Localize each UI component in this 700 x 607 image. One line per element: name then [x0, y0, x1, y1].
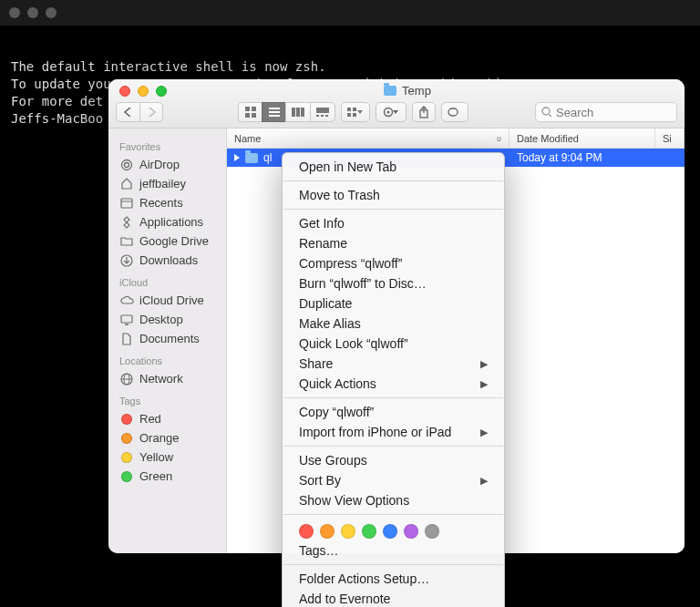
menu-tag-colors	[283, 519, 504, 540]
share-button[interactable]	[412, 102, 436, 122]
tag-color-dot[interactable]	[341, 524, 355, 539]
menu-separator	[283, 397, 503, 398]
svg-rect-1	[252, 107, 256, 111]
terminal-minimize-icon[interactable]	[27, 7, 38, 18]
view-list-button[interactable]	[262, 102, 285, 122]
svg-rect-14	[347, 108, 351, 111]
view-gallery-button[interactable]	[310, 102, 335, 122]
menu-item-make-alias[interactable]: Make Alias	[283, 314, 504, 334]
view-columns-button[interactable]	[285, 102, 310, 122]
tag-color-dot[interactable]	[362, 524, 376, 539]
tag-color-dot[interactable]	[404, 524, 418, 539]
forward-button[interactable]	[139, 102, 163, 122]
tag-icon	[119, 432, 134, 445]
sidebar-item-desktop[interactable]: Desktop	[108, 310, 226, 329]
sidebar-item-documents[interactable]: Documents	[108, 329, 226, 348]
menu-item-label: Make Alias	[299, 316, 361, 331]
sidebar-item-airdrop[interactable]: AirDrop	[108, 155, 226, 174]
menu-item-import-from-iphone-or-ipad[interactable]: Import from iPhone or iPad▶	[283, 422, 504, 442]
terminal-close-icon[interactable]	[9, 7, 20, 18]
finder-close-icon[interactable]	[119, 86, 130, 97]
sidebar-item-label: Red	[139, 412, 161, 426]
sidebar-item-red[interactable]: Red	[108, 409, 226, 428]
tag-color-dot[interactable]	[320, 524, 335, 539]
svg-rect-15	[353, 108, 356, 111]
terminal-traffic-lights[interactable]	[9, 7, 57, 18]
sidebar-item-network[interactable]: Network	[108, 369, 226, 388]
sidebar-item-yellow[interactable]: Yellow	[108, 448, 226, 467]
search-input[interactable]	[556, 106, 685, 119]
finder-minimize-icon[interactable]	[138, 86, 149, 97]
menu-item-compress-qlwoff[interactable]: Compress “qlwoff”	[283, 253, 504, 273]
tag-icon	[119, 451, 134, 464]
menu-item-move-to-trash[interactable]: Move to Trash	[283, 185, 504, 205]
menu-item-quick-look-qlwoff[interactable]: Quick Look “qlwoff”	[283, 334, 504, 354]
sidebar-item-label: Orange	[139, 431, 179, 445]
tag-color-dot[interactable]	[383, 524, 397, 539]
view-icons-button[interactable]	[238, 102, 262, 122]
sidebar-item-label: Recents	[139, 196, 183, 210]
column-size[interactable]: Si	[655, 129, 685, 148]
menu-item-label: Add to Evernote	[299, 592, 390, 606]
search-field[interactable]	[535, 102, 677, 122]
sidebar-item-orange[interactable]: Orange	[108, 428, 226, 448]
disclosure-icon[interactable]	[234, 154, 240, 161]
sidebar-item-google-drive[interactable]: Google Drive	[108, 231, 226, 251]
menu-item-show-view-options[interactable]: Show View Options	[283, 490, 504, 510]
menu-item-label: Sort By	[299, 473, 341, 488]
menu-item-duplicate[interactable]: Duplicate	[283, 293, 504, 314]
menu-item-use-groups[interactable]: Use Groups	[283, 450, 504, 470]
menu-item-share[interactable]: Share▶	[283, 354, 504, 374]
chevron-right-icon: ▶	[480, 427, 488, 438]
tag-color-dot[interactable]	[425, 524, 439, 539]
group-button[interactable]	[341, 102, 370, 122]
desktop-icon	[119, 314, 134, 326]
svg-rect-16	[347, 113, 351, 117]
sidebar-item-jeffbailey[interactable]: jeffbailey	[108, 174, 226, 193]
sidebar-item-icloud-drive[interactable]: iCloud Drive	[108, 291, 226, 310]
menu-item-tags[interactable]: Tags…	[283, 540, 504, 561]
menu-item-label: Compress “qlwoff”	[299, 256, 402, 271]
tag-color-dot[interactable]	[299, 524, 314, 539]
terminal-maximize-icon[interactable]	[46, 7, 57, 18]
column-headers[interactable]: Nameυ Date Modified Si	[227, 129, 685, 149]
menu-separator	[283, 446, 503, 447]
sidebar-item-green[interactable]: Green	[108, 467, 226, 486]
menu-item-rename[interactable]: Rename	[283, 233, 504, 253]
sidebar-item-label: Downloads	[139, 253, 198, 267]
tags-button[interactable]	[441, 102, 468, 122]
menu-item-copy-qlwoff[interactable]: Copy “qlwoff”	[283, 402, 504, 422]
menu-item-label: Copy “qlwoff”	[299, 405, 374, 419]
nav-buttons	[116, 102, 163, 122]
chevron-right-icon: ▶	[480, 358, 488, 370]
sidebar-item-label: Applications	[139, 215, 203, 229]
finder-maximize-icon[interactable]	[156, 86, 167, 97]
sidebar-header: iCloud	[108, 270, 226, 291]
menu-item-quick-actions[interactable]: Quick Actions▶	[283, 374, 504, 394]
sidebar-item-downloads[interactable]: Downloads	[108, 251, 226, 270]
window-title: Temp	[167, 84, 648, 98]
menu-separator	[283, 209, 503, 210]
menu-item-sort-by[interactable]: Sort By▶	[283, 470, 504, 490]
menu-item-add-to-evernote[interactable]: Add to Evernote	[283, 589, 504, 607]
sidebar-item-applications[interactable]: Applications	[108, 212, 226, 231]
menu-item-label: Share	[299, 356, 333, 371]
menu-item-label: Quick Actions	[299, 376, 376, 391]
finder-toolbar	[108, 98, 685, 127]
action-button[interactable]	[376, 102, 407, 122]
finder-traffic-lights[interactable]	[119, 86, 167, 97]
menu-item-open-in-new-tab[interactable]: Open in New Tab	[283, 157, 504, 177]
sidebar-item-label: AirDrop	[139, 158, 180, 171]
column-date[interactable]: Date Modified	[510, 129, 655, 148]
svg-point-24	[122, 159, 132, 170]
folder-icon	[119, 235, 134, 248]
home-icon	[119, 178, 134, 190]
downloads-icon	[119, 254, 134, 267]
menu-item-folder-actions-setup[interactable]: Folder Actions Setup…	[283, 569, 504, 589]
menu-item-burn-qlwoff-to-disc[interactable]: Burn “qlwoff” to Disc…	[283, 273, 504, 293]
menu-item-get-info[interactable]: Get Info	[283, 213, 504, 233]
tag-icon	[119, 470, 134, 483]
column-name[interactable]: Nameυ	[227, 129, 510, 148]
back-button[interactable]	[116, 102, 139, 122]
sidebar-item-recents[interactable]: Recents	[108, 193, 226, 212]
